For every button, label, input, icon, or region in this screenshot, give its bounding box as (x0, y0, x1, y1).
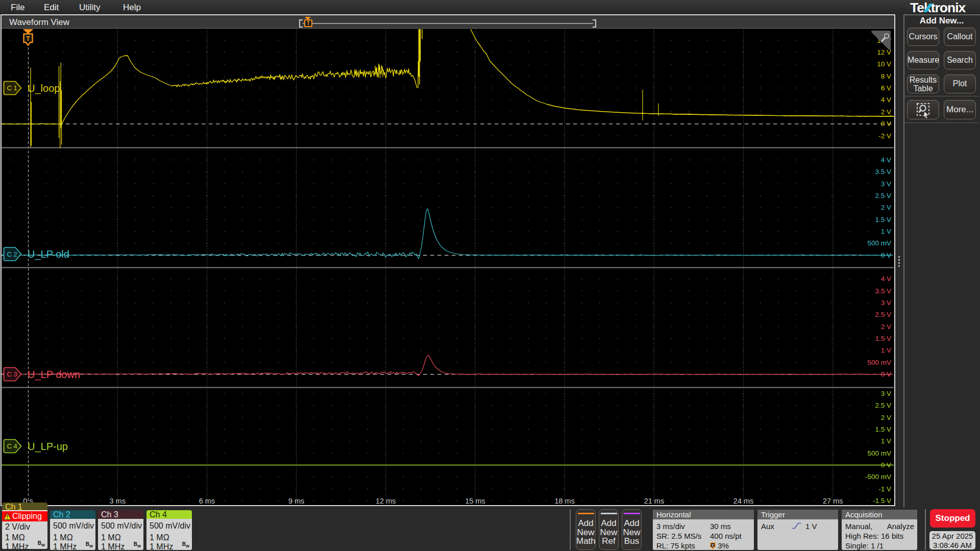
svg-text:9 ms: 9 ms (288, 497, 304, 505)
svg-text:2 V: 2 V (881, 323, 891, 331)
svg-text:15 ms: 15 ms (465, 497, 485, 505)
svg-text:1 V: 1 V (881, 228, 891, 235)
svg-text:C 3: C 3 (7, 370, 17, 378)
svg-text:-500 mV: -500 mV (865, 473, 891, 481)
svg-text:12 ms: 12 ms (376, 497, 396, 505)
svg-text:21 ms: 21 ms (644, 497, 665, 505)
svg-text:3 V: 3 V (881, 180, 891, 188)
svg-text:T: T (712, 543, 714, 548)
svg-text:C 2: C 2 (7, 251, 17, 258)
svg-text:4 V: 4 V (881, 275, 891, 283)
svg-text:500 mV: 500 mV (867, 449, 891, 457)
svg-text:2.5 V: 2.5 V (875, 402, 891, 409)
svg-text:2.5 V: 2.5 V (875, 311, 891, 318)
svg-text:2.5 V: 2.5 V (875, 192, 891, 199)
svg-text:U_LP down: U_LP down (28, 369, 80, 381)
svg-text:1 V: 1 V (881, 437, 891, 445)
svg-text:4 V: 4 V (881, 96, 891, 104)
svg-text:-1 V: -1 V (878, 485, 891, 493)
svg-text:-2 V: -2 V (878, 132, 891, 140)
svg-text:500 mV: 500 mV (867, 239, 891, 247)
svg-text:U_LP-up: U_LP-up (28, 441, 68, 453)
svg-text:1.5 V: 1.5 V (875, 425, 891, 433)
svg-text:3 V: 3 V (881, 390, 891, 397)
svg-text:0 V: 0 V (881, 120, 891, 128)
svg-text:1 V: 1 V (881, 346, 891, 354)
svg-text:2 V: 2 V (881, 204, 891, 211)
svg-text:C 4: C 4 (7, 442, 17, 450)
svg-text:3 ms: 3 ms (109, 497, 125, 505)
svg-text:!: ! (7, 514, 8, 520)
svg-text:T: T (26, 35, 30, 42)
svg-text:500 mV: 500 mV (867, 359, 891, 366)
svg-text:6 ms: 6 ms (199, 497, 215, 505)
svg-text:6 V: 6 V (881, 84, 891, 92)
svg-text:1.5 V: 1.5 V (875, 216, 891, 223)
svg-text:1.5 V: 1.5 V (875, 335, 891, 342)
svg-text:C 1: C 1 (7, 84, 17, 92)
svg-text:24 ms: 24 ms (733, 497, 754, 505)
svg-text:4 V: 4 V (881, 156, 891, 164)
svg-text:U_loop: U_loop (28, 83, 60, 94)
svg-text:2 V: 2 V (881, 108, 891, 116)
svg-text:3.5 V: 3.5 V (875, 168, 891, 176)
svg-text:U_LP old: U_LP old (28, 248, 69, 260)
svg-text:18 ms: 18 ms (554, 497, 575, 505)
svg-text:8 V: 8 V (881, 72, 891, 80)
svg-text:3 V: 3 V (881, 299, 891, 307)
svg-text:3.5 V: 3.5 V (875, 287, 891, 295)
svg-text:2 V: 2 V (881, 414, 891, 421)
svg-text:27 ms: 27 ms (823, 497, 843, 505)
svg-text:10 V: 10 V (877, 60, 891, 68)
svg-text:-1.5 V: -1.5 V (873, 497, 891, 505)
